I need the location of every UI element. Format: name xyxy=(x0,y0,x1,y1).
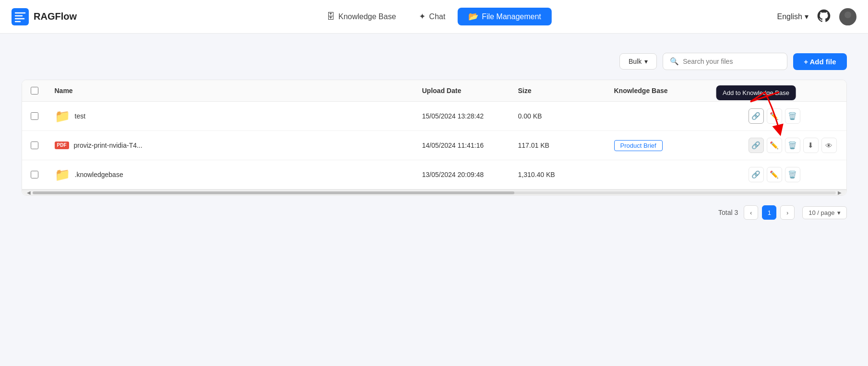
bulk-button[interactable]: Bulk ▾ xyxy=(619,53,657,70)
row2-pdf-badge: PDF xyxy=(55,142,69,149)
row2-size: 117.01 KB xyxy=(511,142,606,149)
column-checkbox xyxy=(22,87,47,94)
nav-knowledge-base[interactable]: 🗄 Knowledge Base xyxy=(316,8,406,25)
row2-knowledge-base: Product Brief xyxy=(606,140,741,151)
table-row: 📁 .knowledgebase 13/05/2024 20:09:48 1,3… xyxy=(22,160,846,189)
row3-edit-button[interactable]: ✏️ xyxy=(767,167,782,182)
row3-size: 1,310.40 KB xyxy=(511,171,606,178)
total-count: Total 3 xyxy=(718,209,738,216)
folder-icon: 📂 xyxy=(468,12,478,22)
row3-actions: 🔗 ✏️ 🗑️ xyxy=(741,167,846,182)
row2-delete-button[interactable]: 🗑️ xyxy=(785,138,800,153)
search-box: 🔍 xyxy=(663,53,787,70)
row3-name: 📁 .knowledgebase xyxy=(47,167,415,182)
search-input[interactable] xyxy=(683,58,780,65)
github-link[interactable] xyxy=(816,8,832,25)
add-file-button[interactable]: + Add file xyxy=(793,53,846,70)
scroll-right-arrow[interactable]: ▶ xyxy=(836,190,844,195)
row1-name: 📁 test xyxy=(47,109,415,124)
row1-link-tooltip-container: Add to Knowledge Base 🔗 xyxy=(749,108,764,124)
svg-rect-0 xyxy=(12,8,29,25)
row3-delete-button[interactable]: 🗑️ xyxy=(785,167,800,182)
row2-edit-button[interactable]: ✏️ xyxy=(767,138,782,153)
horizontal-scrollbar[interactable]: ◀ ▶ xyxy=(22,189,846,195)
row2-view-button[interactable]: 👁 xyxy=(821,138,837,153)
row2-select-checkbox[interactable] xyxy=(31,142,38,149)
row3-select-checkbox[interactable] xyxy=(31,171,38,178)
row1-upload-date: 15/05/2024 13:28:42 xyxy=(415,112,511,120)
main-nav: 🗄 Knowledge Base ✦ Chat 📂 File Managemen… xyxy=(316,8,552,25)
row3-link-button[interactable]: 🔗 xyxy=(749,167,764,182)
row3-upload-date: 13/05/2024 20:09:48 xyxy=(415,171,511,178)
github-icon xyxy=(816,8,832,24)
database-icon: 🗄 xyxy=(327,12,335,22)
row1-checkbox xyxy=(22,112,47,120)
app-header: RAGFlow 🗄 Knowledge Base ✦ Chat 📂 File M… xyxy=(0,0,868,34)
page-size-chevron-icon: ▾ xyxy=(837,209,841,216)
table-header: Name Upload Date Size Knowledge Base Act… xyxy=(22,80,846,102)
bulk-chevron-icon: ▾ xyxy=(644,58,648,65)
row1-actions: Add to Knowledge Base 🔗 ✏️ 🗑️ xyxy=(741,108,846,124)
scroll-track[interactable] xyxy=(33,191,836,194)
scroll-left-arrow[interactable]: ◀ xyxy=(25,190,33,195)
toolbar: Bulk ▾ 🔍 + Add file xyxy=(22,53,847,70)
column-upload-date: Upload Date xyxy=(415,87,511,94)
row1-size: 0.00 KB xyxy=(511,112,606,120)
language-selector[interactable]: English ▾ xyxy=(777,12,809,21)
row3-file-icon: 📁 xyxy=(55,167,70,182)
current-page-button[interactable]: 1 xyxy=(762,205,776,220)
svg-point-5 xyxy=(844,12,851,18)
scroll-thumb xyxy=(33,191,514,194)
nav-chat[interactable]: ✦ Chat xyxy=(408,8,456,25)
user-avatar[interactable] xyxy=(839,8,856,25)
table-row: PDF proviz-print-nvidia-T4... 14/05/2024… xyxy=(22,131,846,160)
svg-point-6 xyxy=(842,19,854,25)
column-name: Name xyxy=(47,87,415,94)
header-right: English ▾ xyxy=(777,8,856,25)
table-row: 📁 test 15/05/2024 13:28:42 0.00 KB Add t… xyxy=(22,102,846,131)
row2-upload-date: 14/05/2024 11:41:16 xyxy=(415,142,511,149)
row2-checkbox xyxy=(22,142,47,149)
select-all-checkbox[interactable] xyxy=(31,87,38,94)
row1-select-checkbox[interactable] xyxy=(31,112,38,120)
row2-download-button[interactable]: ⬇ xyxy=(803,138,819,153)
next-page-button[interactable]: › xyxy=(780,205,795,220)
row1-edit-button[interactable]: ✏️ xyxy=(767,108,782,124)
prev-page-button[interactable]: ‹ xyxy=(744,205,758,220)
column-knowledge-base: Knowledge Base xyxy=(606,87,741,94)
pagination: Total 3 ‹ 1 › 10 / page ▾ xyxy=(22,205,847,220)
logo-area: RAGFlow xyxy=(12,8,77,25)
page-size-selector[interactable]: 10 / page ▾ xyxy=(802,206,846,219)
nav-file-management[interactable]: 📂 File Management xyxy=(458,8,552,25)
column-action: Action xyxy=(741,87,846,94)
search-icon: 🔍 xyxy=(670,57,679,66)
row2-name: PDF proviz-print-nvidia-T4... xyxy=(47,142,415,149)
row1-link-button[interactable]: 🔗 xyxy=(749,108,764,124)
chat-icon: ✦ xyxy=(419,12,426,22)
knowledge-base-badge: Product Brief xyxy=(614,140,663,151)
row1-delete-button[interactable]: 🗑️ xyxy=(785,108,800,124)
row3-checkbox xyxy=(22,171,47,178)
row1-file-icon: 📁 xyxy=(55,109,70,124)
row2-actions: 🔗 ✏️ 🗑️ ⬇ 👁 xyxy=(741,138,846,153)
chevron-down-icon: ▾ xyxy=(805,12,809,21)
main-content: Bulk ▾ 🔍 + Add file Name Upload Date Siz… xyxy=(2,34,866,231)
file-table: Name Upload Date Size Knowledge Base Act… xyxy=(22,80,847,196)
row2-link-button[interactable]: 🔗 xyxy=(749,138,764,153)
logo-text: RAGFlow xyxy=(34,11,77,22)
ragflow-logo-icon xyxy=(12,8,29,25)
column-size: Size xyxy=(511,87,606,94)
